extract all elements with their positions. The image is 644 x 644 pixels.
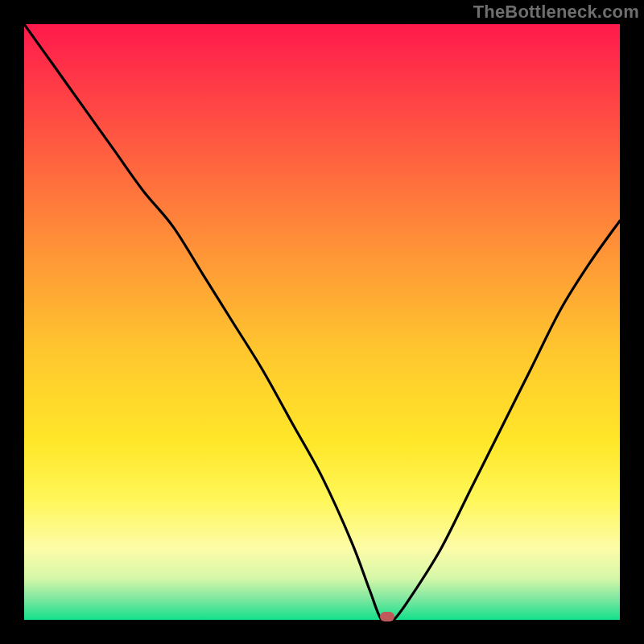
optimal-point-marker (380, 612, 394, 621)
bottleneck-curve (24, 24, 620, 620)
chart-plot-area (24, 24, 620, 620)
watermark-label: TheBottleneck.com (473, 2, 639, 23)
